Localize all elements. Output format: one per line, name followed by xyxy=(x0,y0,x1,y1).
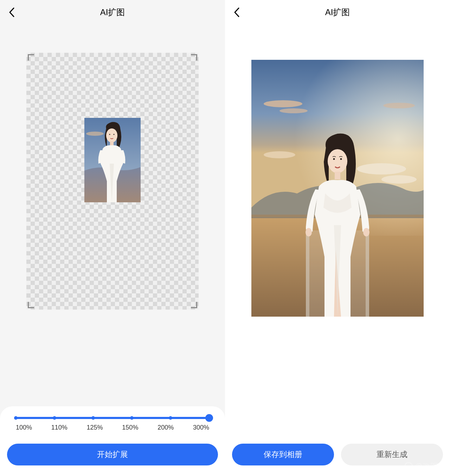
watermark-text: @改图鸭 xyxy=(415,461,446,472)
slider-track[interactable] xyxy=(16,417,209,419)
back-icon[interactable] xyxy=(234,7,239,17)
corner-handle-bl[interactable] xyxy=(28,302,34,308)
source-image[interactable] xyxy=(84,118,141,202)
expansion-frame[interactable] xyxy=(26,53,199,310)
slider-label: 100% xyxy=(16,424,32,431)
svg-point-19 xyxy=(333,158,335,160)
page-title: AI扩图 xyxy=(100,7,125,18)
svg-point-9 xyxy=(264,100,302,107)
svg-point-4 xyxy=(114,134,115,135)
slider-label: 125% xyxy=(87,424,103,431)
corner-handle-br[interactable] xyxy=(191,302,197,308)
slider-label: 150% xyxy=(122,424,138,431)
result-content: 保存到相册 重新生成 xyxy=(225,25,450,476)
svg-point-2 xyxy=(106,128,117,142)
page-title: AI扩图 xyxy=(325,7,350,18)
svg-rect-21 xyxy=(335,172,340,179)
slider-tick[interactable] xyxy=(53,416,56,420)
svg-rect-16 xyxy=(366,230,369,317)
svg-point-22 xyxy=(306,228,312,236)
canvas-area xyxy=(0,25,225,406)
zoom-slider[interactable]: 100% 110% 125% 150% 200% 300% xyxy=(7,417,218,438)
svg-point-20 xyxy=(340,158,342,160)
slider-tick[interactable] xyxy=(91,416,95,420)
svg-point-3 xyxy=(109,134,110,135)
slider-labels: 100% 110% 125% 150% 200% 300% xyxy=(16,424,209,431)
result-canvas xyxy=(225,25,450,444)
svg-point-12 xyxy=(357,163,406,174)
svg-point-1 xyxy=(86,132,104,136)
slider-tick[interactable] xyxy=(14,416,18,420)
result-screen: AI扩图 xyxy=(225,0,450,476)
header: AI扩图 xyxy=(225,0,450,25)
save-button[interactable]: 保存到相册 xyxy=(232,444,334,465)
start-expand-button[interactable]: 开始扩展 xyxy=(7,444,218,465)
slider-tick[interactable] xyxy=(169,416,172,420)
slider-label: 200% xyxy=(158,424,174,431)
svg-point-23 xyxy=(363,228,369,236)
svg-point-11 xyxy=(264,151,295,158)
header: AI扩图 xyxy=(0,0,225,25)
corner-handle-tr[interactable] xyxy=(191,54,197,61)
watermark-icon: ☺ xyxy=(404,462,413,471)
svg-point-18 xyxy=(328,149,347,173)
svg-point-14 xyxy=(383,103,415,108)
input-screen: AI扩图 xyxy=(0,0,225,476)
svg-point-13 xyxy=(381,175,417,184)
slider-tick[interactable] xyxy=(130,416,134,420)
corner-handle-tl[interactable] xyxy=(28,54,34,61)
svg-rect-15 xyxy=(306,230,309,317)
result-image[interactable] xyxy=(251,60,424,317)
slider-thumb[interactable] xyxy=(205,414,213,422)
back-icon[interactable] xyxy=(9,7,14,17)
svg-point-10 xyxy=(279,108,308,113)
slider-label: 110% xyxy=(51,424,68,431)
controls-panel: 100% 110% 125% 150% 200% 300% 开始扩展 xyxy=(0,406,225,476)
slider-label: 300% xyxy=(193,424,209,431)
watermark: ☺ @改图鸭 xyxy=(404,461,446,472)
